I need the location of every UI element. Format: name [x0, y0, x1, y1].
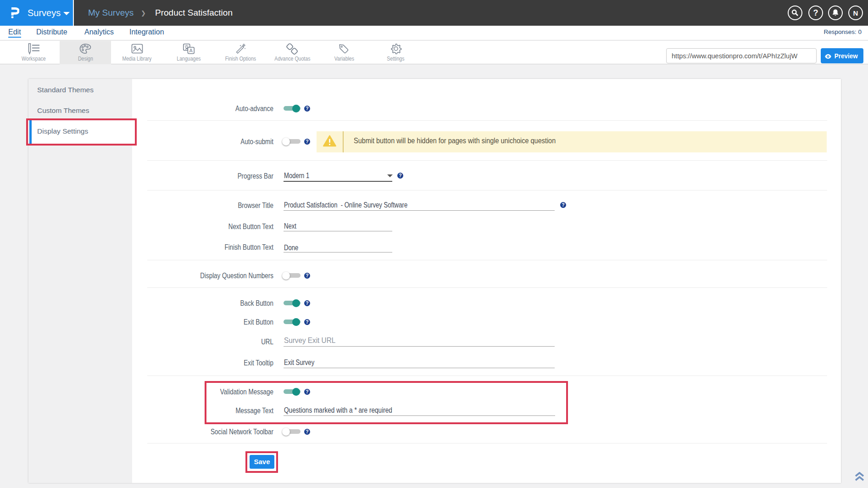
- svg-text:A: A: [189, 48, 193, 53]
